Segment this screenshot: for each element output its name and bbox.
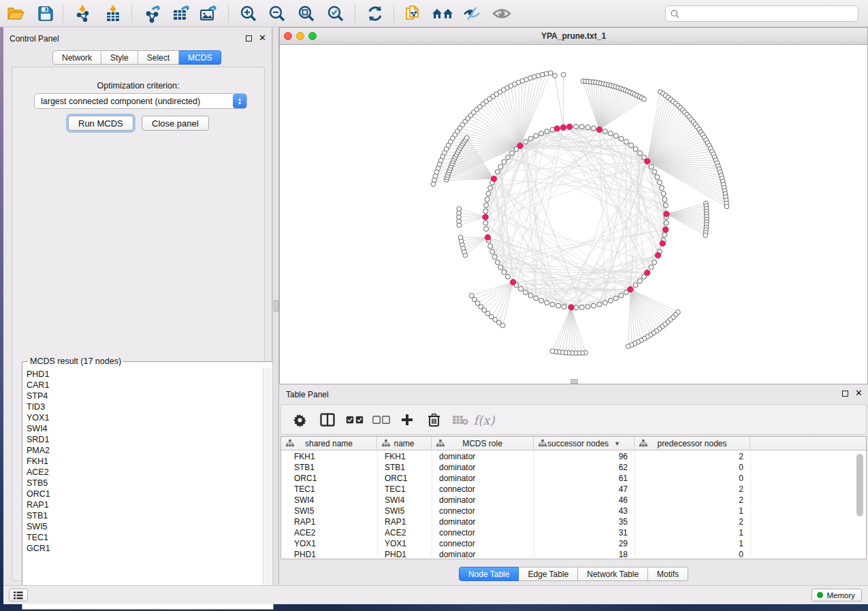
network-dominator-node[interactable] — [628, 286, 633, 292]
network-window-titlebar[interactable]: YPA_prune.txt_1 — [280, 28, 867, 45]
network-node[interactable] — [613, 133, 618, 138]
table-row[interactable]: YOX1YOX1connector291 — [281, 538, 853, 549]
tab-motifs[interactable]: Motifs — [648, 567, 688, 581]
mcds-result-item[interactable]: FKH1 — [27, 456, 261, 467]
network-node[interactable] — [663, 203, 668, 208]
network-leaf-node[interactable] — [724, 204, 729, 209]
network-node[interactable] — [524, 290, 528, 295]
network-dominator-node[interactable] — [491, 176, 496, 182]
network-node[interactable] — [662, 197, 667, 202]
network-node[interactable] — [638, 151, 643, 156]
network-leaf-node[interactable] — [553, 73, 558, 78]
network-node[interactable] — [652, 169, 657, 174]
export-network-icon[interactable] — [142, 3, 165, 24]
network-node[interactable] — [498, 165, 503, 169]
network-node[interactable] — [545, 300, 549, 305]
network-node[interactable] — [502, 160, 507, 165]
column-header-MCDS-role[interactable]: MCDS role — [432, 437, 534, 450]
tab-mcds[interactable]: MCDS — [179, 50, 221, 65]
network-dominator-node[interactable] — [664, 211, 669, 216]
split-columns-icon[interactable] — [317, 410, 338, 430]
network-node[interactable] — [483, 220, 488, 225]
table-row[interactable]: STB1STB1dominator620 — [281, 462, 853, 473]
network-node[interactable] — [585, 125, 590, 130]
network-node[interactable] — [528, 136, 533, 141]
splitter-grab-handle[interactable] — [274, 300, 278, 312]
mcds-result-item[interactable]: SRD1 — [27, 434, 261, 445]
network-canvas[interactable] — [280, 45, 867, 384]
table-row[interactable]: SWI4SWI4dominator462 — [281, 495, 853, 506]
mcds-result-list[interactable]: PHD1CAR1STP4TID3YOX1SWI4SRD1PMA2FKH1ACE2… — [27, 369, 261, 603]
zoom-selected-icon[interactable] — [324, 3, 347, 24]
network-node[interactable] — [502, 270, 507, 275]
export-table-icon[interactable] — [170, 3, 193, 24]
network-node[interactable] — [495, 169, 500, 174]
network-dominator-node[interactable] — [567, 124, 573, 129]
network-leaf-node[interactable] — [548, 71, 553, 76]
network-node[interactable] — [662, 232, 667, 237]
network-dominator-node[interactable] — [596, 127, 602, 132]
network-node[interactable] — [488, 244, 493, 248]
network-dominator-node[interactable] — [483, 214, 488, 220]
network-dominator-node[interactable] — [645, 159, 650, 164]
network-dominator-node[interactable] — [655, 252, 660, 258]
task-history-button[interactable] — [9, 589, 28, 601]
select-all-columns-icon[interactable] — [344, 410, 365, 430]
mcds-result-item[interactable]: CAR1 — [27, 380, 261, 391]
zoom-fit-icon[interactable] — [295, 3, 318, 24]
network-dominator-node[interactable] — [660, 241, 665, 246]
table-row[interactable]: ACE2ACE2connector311 — [281, 527, 853, 538]
run-mcds-button[interactable]: Run MCDS — [68, 116, 133, 131]
network-leaf-node[interactable] — [703, 233, 708, 237]
network-node[interactable] — [550, 302, 555, 307]
optimization-criterion-select[interactable]: largest connected component (undirected)… — [34, 93, 247, 109]
network-node[interactable] — [597, 302, 602, 307]
network-node[interactable] — [591, 126, 596, 131]
network-leaf-node[interactable] — [469, 293, 474, 298]
memory-button[interactable]: Memory — [811, 589, 862, 601]
network-node[interactable] — [539, 131, 544, 136]
network-node[interactable] — [492, 254, 497, 259]
show-all-icon[interactable] — [490, 3, 513, 24]
table-row[interactable]: ORC1ORC1dominator610 — [281, 473, 853, 484]
column-header-shared-name[interactable]: shared name — [281, 437, 377, 450]
network-node[interactable] — [602, 129, 607, 134]
network-node[interactable] — [633, 283, 638, 288]
table-row[interactable]: FKH1FKH1dominator962 — [281, 451, 853, 462]
hide-selected-icon[interactable] — [460, 3, 483, 24]
network-node[interactable] — [585, 304, 590, 309]
network-node[interactable] — [657, 180, 662, 185]
network-leaf-node[interactable] — [500, 323, 505, 328]
network-node[interactable] — [506, 155, 511, 160]
mcds-result-item[interactable]: RAP1 — [27, 499, 261, 510]
delete-columns-icon[interactable] — [423, 410, 444, 430]
network-node[interactable] — [591, 303, 596, 308]
network-dominator-node[interactable] — [560, 125, 566, 130]
network-node[interactable] — [655, 175, 660, 180]
network-leaf-node[interactable] — [550, 349, 555, 354]
mcds-result-item[interactable]: TID3 — [27, 401, 261, 412]
network-node[interactable] — [574, 306, 579, 310]
network-node[interactable] — [562, 304, 566, 309]
mcds-result-item[interactable]: SWI5 — [27, 521, 261, 532]
network-node[interactable] — [539, 298, 544, 303]
mcds-result-item[interactable]: ORC1 — [27, 489, 261, 499]
network-node[interactable] — [484, 227, 489, 231]
network-dominator-node[interactable] — [568, 305, 574, 310]
network-leaf-node[interactable] — [561, 72, 566, 77]
unselect-all-columns-icon[interactable] — [371, 410, 391, 430]
result-list-scrollbar[interactable] — [263, 367, 272, 604]
network-node[interactable] — [579, 305, 584, 310]
clone-network-icon[interactable] — [402, 3, 425, 24]
mcds-result-item[interactable]: STB5 — [27, 478, 261, 489]
close-table-panel-icon[interactable]: ✕ — [855, 390, 863, 397]
tab-select[interactable]: Select — [138, 50, 179, 65]
tab-network[interactable]: Network — [52, 50, 101, 65]
network-node[interactable] — [545, 129, 549, 134]
float-table-panel-icon[interactable] — [842, 391, 848, 397]
search-field[interactable] — [665, 5, 858, 22]
network-leaf-node[interactable] — [642, 97, 647, 101]
network-leaf-node[interactable] — [458, 235, 463, 240]
network-node[interactable] — [649, 165, 654, 169]
first-neighbors-icon[interactable] — [431, 3, 454, 24]
